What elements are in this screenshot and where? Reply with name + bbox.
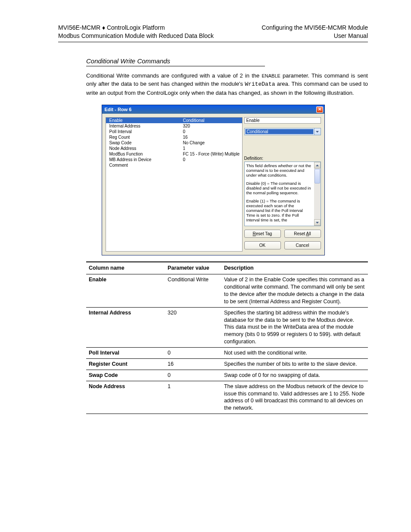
property-list[interactable]: EnableConditional Internal Address320 Po… <box>106 117 243 252</box>
list-item: Internal Address320 <box>106 123 242 129</box>
list-item: MB Address in Device0 <box>106 157 242 162</box>
table-row: Register Count16Specifies the number of … <box>86 358 368 370</box>
table-row: Node Address1The slave address on the Mo… <box>86 381 368 414</box>
edit-dialog: Edit - Row 6 ✕ EnableConditional Interna… <box>102 105 325 255</box>
list-item: Node Address1 <box>106 146 242 151</box>
definition-label: Definition: <box>244 156 321 161</box>
right-panel: Enable Conditional Definition: This fiel… <box>244 117 321 252</box>
table-header-row: Column name Parameter value Description <box>86 262 368 274</box>
svg-marker-2 <box>316 222 319 224</box>
definition-text: This field defines whether or not the co… <box>245 162 314 226</box>
titlebar[interactable]: Edit - Row 6 ✕ <box>102 105 324 114</box>
svg-marker-0 <box>316 131 319 133</box>
header-right-2: User Manual <box>262 32 368 40</box>
header-left-1: MVI56E-MCMR ♦ ControlLogix Platform <box>58 24 214 32</box>
intro-paragraph: Conditional Write commands are configure… <box>86 72 368 97</box>
cancel-button[interactable]: Cancel <box>284 241 321 249</box>
scrollbar[interactable] <box>314 162 321 226</box>
close-icon[interactable]: ✕ <box>316 106 323 113</box>
list-item: Comment <box>106 162 242 168</box>
list-item: ModBus FunctionFC 15 - Force (Write) Mul… <box>106 151 242 157</box>
header-right-1: Configuring the MVI56E-MCMR Module <box>262 24 368 32</box>
header-left: MVI56E-MCMR ♦ ControlLogix Platform Modb… <box>58 24 214 40</box>
reset-all-button[interactable]: Reset All <box>284 230 321 238</box>
list-item: EnableConditional <box>106 118 242 123</box>
chevron-down-icon[interactable] <box>314 128 321 135</box>
titlebar-text: Edit - Row 6 <box>105 107 132 112</box>
field-label: Enable <box>244 117 321 124</box>
header-rule <box>58 42 368 42</box>
header-left-2: Modbus Communication Module with Reduced… <box>58 32 214 40</box>
scroll-up-icon[interactable] <box>314 162 321 168</box>
table-row: EnableConditional WriteValue of 2 in the… <box>86 274 368 308</box>
definition-box: This field defines whether or not the co… <box>244 162 321 226</box>
ok-button[interactable]: OK <box>244 241 281 249</box>
scroll-down-icon[interactable] <box>314 219 321 226</box>
list-item: Reg Count16 <box>106 134 242 140</box>
header-right: Configuring the MVI56E-MCMR Module User … <box>262 24 368 40</box>
table-row: Internal Address320Specifies the startin… <box>86 307 368 347</box>
list-item: Swap CodeNo Change <box>106 140 242 146</box>
definition-table: Column name Parameter value Description … <box>86 261 368 414</box>
scroll-thumb[interactable] <box>314 169 320 184</box>
reset-tag-button[interactable]: Reset Tag <box>244 230 281 238</box>
section-title: Conditional Write Commands <box>86 57 265 66</box>
table-row: Poll Interval0Not used with the conditio… <box>86 348 368 359</box>
list-item: Poll Interval0 <box>106 129 242 134</box>
enable-select[interactable]: Conditional <box>244 128 321 135</box>
table-row: Swap Code0Swap code of 0 for no swapping… <box>86 370 368 381</box>
svg-marker-1 <box>316 165 319 166</box>
